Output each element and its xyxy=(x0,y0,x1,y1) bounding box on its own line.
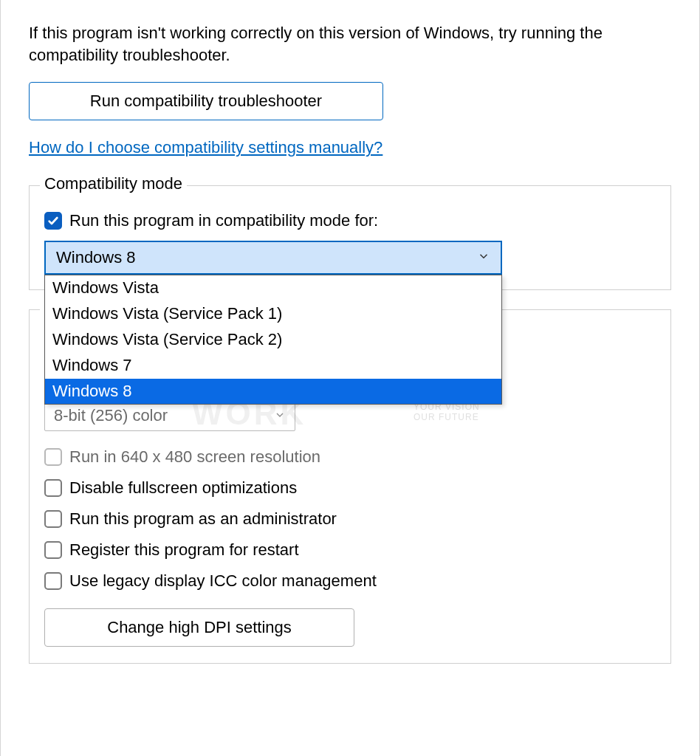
manual-settings-help-link[interactable]: How do I choose compatibility settings m… xyxy=(29,138,382,157)
compat-mode-selected[interactable]: Windows 8 xyxy=(44,241,502,275)
check-icon xyxy=(47,215,59,227)
combo-option-vista[interactable]: Windows Vista xyxy=(45,275,501,301)
register-restart-checkbox[interactable] xyxy=(44,541,62,559)
legacy-icc-checkbox[interactable] xyxy=(44,572,62,590)
run-troubleshooter-button[interactable]: Run compatibility troubleshooter xyxy=(29,82,383,120)
compat-mode-combobox[interactable]: Windows 8 Windows Vista Windows Vista (S… xyxy=(44,241,502,275)
compat-mode-checkbox[interactable] xyxy=(44,212,62,230)
register-restart-row[interactable]: Register this program for restart xyxy=(44,540,656,560)
run-640x480-row: Run in 640 x 480 screen resolution xyxy=(44,447,656,467)
intro-text: If this program isn't working correctly … xyxy=(29,22,671,66)
run-admin-label: Run this program as an administrator xyxy=(69,509,337,529)
compatibility-tab-panel: If this program isn't working correctly … xyxy=(0,0,700,756)
compatibility-mode-legend: Compatibility mode xyxy=(40,174,187,193)
compat-mode-selected-text: Windows 8 xyxy=(56,248,136,267)
run-admin-row[interactable]: Run this program as an administrator xyxy=(44,509,656,529)
run-640x480-label: Run in 640 x 480 screen resolution xyxy=(69,447,320,467)
disable-fullscreen-label: Disable fullscreen optimizations xyxy=(69,478,297,498)
run-640x480-checkbox xyxy=(44,448,62,466)
combo-option-vista-sp2[interactable]: Windows Vista (Service Pack 2) xyxy=(45,327,501,353)
combo-option-win8[interactable]: Windows 8 xyxy=(45,379,501,405)
run-admin-checkbox[interactable] xyxy=(44,510,62,528)
disable-fullscreen-checkbox[interactable] xyxy=(44,479,62,497)
disable-fullscreen-row[interactable]: Disable fullscreen optimizations xyxy=(44,478,656,498)
combo-option-win7[interactable]: Windows 7 xyxy=(45,353,501,379)
legacy-icc-label: Use legacy display ICC color management xyxy=(69,571,377,591)
chevron-down-icon xyxy=(274,406,286,425)
compatibility-mode-group: Compatibility mode Run this program in c… xyxy=(29,185,671,290)
compat-mode-checkbox-row[interactable]: Run this program in compatibility mode f… xyxy=(44,211,656,230)
change-dpi-settings-button[interactable]: Change high DPI settings xyxy=(44,608,354,647)
color-mode-value: 8-bit (256) color xyxy=(54,406,168,425)
chevron-down-icon xyxy=(477,248,490,267)
register-restart-label: Register this program for restart xyxy=(69,540,299,560)
compat-mode-checkbox-label: Run this program in compatibility mode f… xyxy=(69,211,378,230)
color-mode-combobox: 8-bit (256) color xyxy=(44,400,295,431)
legacy-icc-row[interactable]: Use legacy display ICC color management xyxy=(44,571,656,591)
compat-mode-dropdown-list: Windows Vista Windows Vista (Service Pac… xyxy=(44,275,502,405)
combo-option-vista-sp1[interactable]: Windows Vista (Service Pack 1) xyxy=(45,301,501,327)
